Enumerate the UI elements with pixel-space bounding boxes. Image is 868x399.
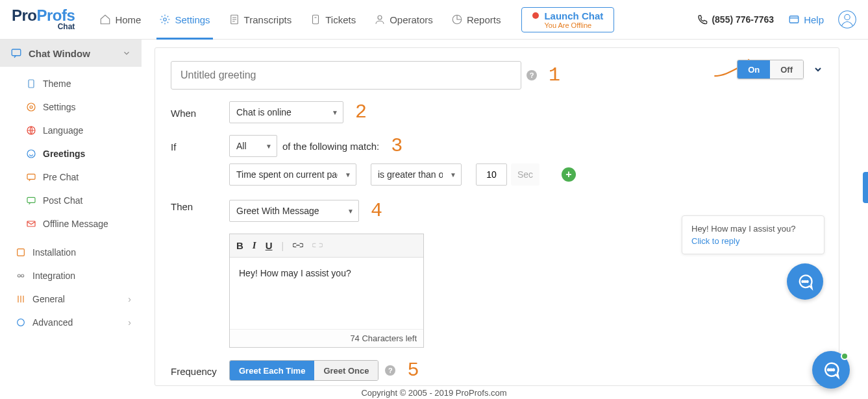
editor-counter: 74 Characters left xyxy=(230,329,423,347)
sidebar-section-chat-window[interactable]: Chat Window xyxy=(0,40,142,67)
floating-chat-launcher[interactable] xyxy=(812,351,850,389)
svg-point-18 xyxy=(18,274,20,277)
editor-textarea[interactable]: Hey! How may I assist you? xyxy=(230,258,423,329)
chevron-right-icon: › xyxy=(128,294,131,304)
greeting-name-input[interactable] xyxy=(171,61,521,90)
launch-chat-button[interactable]: Launch Chat You Are Offline xyxy=(521,7,614,32)
add-condition-button[interactable]: + xyxy=(562,167,576,182)
help-link[interactable]: Help xyxy=(788,14,824,25)
condition-field-select[interactable]: Time spent on current page xyxy=(229,163,356,186)
svg-point-13 xyxy=(27,150,35,158)
link-icon xyxy=(293,241,303,249)
greet-each-time-button[interactable]: Greet Each Time xyxy=(230,361,314,380)
if-tail-text: of the following match: xyxy=(282,141,379,152)
nav-label: Settings xyxy=(175,14,210,25)
ticket-icon xyxy=(310,14,321,25)
sidebar-root-label: Advanced xyxy=(32,317,73,328)
sidebar-root-installation[interactable]: Installation xyxy=(0,241,142,264)
if-mode-select[interactable]: All xyxy=(229,135,277,157)
sidebar-item-post-chat[interactable]: Post Chat xyxy=(26,189,142,212)
preview-chat-bubble[interactable] xyxy=(787,263,823,300)
chat-icon xyxy=(10,47,22,59)
smile-icon xyxy=(26,149,36,159)
sidebar-item-label: Pre Chat xyxy=(43,172,79,182)
sidebar-item-greetings[interactable]: Greetings xyxy=(26,142,142,165)
header-right: (855) 776-7763 Help xyxy=(697,10,856,29)
underline-button[interactable]: U xyxy=(266,240,273,251)
nav-reports[interactable]: Reports xyxy=(442,0,510,39)
sidebar-item-offline-message[interactable]: Offline Message xyxy=(26,212,142,236)
toggle-on-button[interactable]: On xyxy=(738,60,770,79)
sliders-icon xyxy=(16,294,26,304)
frequency-toggle: Greet Each Time Greet Once xyxy=(229,360,378,381)
svg-rect-17 xyxy=(18,249,25,256)
chevron-down-icon[interactable] xyxy=(813,64,823,75)
nav-tickets[interactable]: Tickets xyxy=(301,0,365,39)
integration-icon xyxy=(16,271,26,281)
nav-transcripts[interactable]: Transcripts xyxy=(219,0,301,39)
when-select[interactable]: Chat is online xyxy=(229,101,343,123)
svg-point-11 xyxy=(27,103,35,111)
nav-label: Tickets xyxy=(325,14,356,25)
chevron-right-icon: › xyxy=(128,317,131,328)
condition-value-input[interactable] xyxy=(476,163,507,186)
if-label: If xyxy=(171,140,229,152)
sidebar-root-general[interactable]: General › xyxy=(0,287,142,311)
svg-rect-2 xyxy=(313,15,319,24)
gear-icon xyxy=(159,14,171,25)
condition-row: Time spent on current page is greater th… xyxy=(229,163,823,186)
svg-point-19 xyxy=(21,274,24,277)
nav-label: Home xyxy=(115,14,141,25)
logo-profs: Profs xyxy=(37,6,75,24)
nav-operators[interactable]: Operators xyxy=(365,0,442,39)
sidebar-item-label: Offline Message xyxy=(43,219,108,229)
condition-operator-select[interactable]: is greater than or equal xyxy=(371,163,462,186)
svg-rect-5 xyxy=(789,16,799,23)
sidebar-root-integration[interactable]: Integration xyxy=(0,264,142,287)
greet-once-button[interactable]: Greet Once xyxy=(314,361,378,380)
toggle-off-button[interactable]: Off xyxy=(770,60,803,79)
sidebar-item-pre-chat[interactable]: Pre Chat xyxy=(26,165,142,189)
bold-button[interactable]: B xyxy=(236,240,243,251)
support-phone[interactable]: (855) 776-7763 xyxy=(697,14,774,25)
help-icon[interactable]: ? xyxy=(527,70,537,80)
chat-icon xyxy=(26,172,36,182)
editor-toolbar: B I U | xyxy=(230,234,423,258)
annotation-4: 4 xyxy=(371,200,382,222)
help-icon[interactable]: ? xyxy=(385,365,395,376)
logo-chat: Chat xyxy=(58,22,75,31)
sidebar-item-label: Post Chat xyxy=(43,195,82,206)
sidebar-list: Theme Settings Language Greetings Pre Ch… xyxy=(0,67,142,241)
sidebar-root-advanced[interactable]: Advanced › xyxy=(0,311,142,334)
nav-home[interactable]: Home xyxy=(90,0,150,39)
sidebar-item-theme[interactable]: Theme xyxy=(26,72,142,95)
message-editor: B I U | Hey! How may I assist you? 74 Ch… xyxy=(229,234,424,348)
sidebar-item-settings[interactable]: Settings xyxy=(26,95,142,119)
sidebar-root-label: Integration xyxy=(32,271,75,281)
condition-unit xyxy=(511,163,539,186)
svg-rect-8 xyxy=(12,49,21,56)
preview-reply-link[interactable]: Click to reply xyxy=(691,236,815,246)
link-button[interactable] xyxy=(293,240,303,251)
then-select[interactable]: Greet With Message xyxy=(229,200,359,222)
side-feedback-tab[interactable] xyxy=(863,172,868,203)
frequency-label: Frequency xyxy=(171,365,229,377)
sidebar-item-language[interactable]: Language xyxy=(26,119,142,142)
launch-title: Launch Chat xyxy=(544,10,603,21)
annotation-5: 5 xyxy=(407,359,419,381)
unlink-icon xyxy=(312,241,323,249)
footer-copyright: Copyright © 2005 - 2019 ProProfs.com xyxy=(0,388,868,398)
logo-pro: Pro xyxy=(12,6,37,24)
svg-rect-9 xyxy=(29,80,34,88)
svg-point-20 xyxy=(18,319,25,326)
avatar[interactable] xyxy=(838,10,856,29)
sidebar: Chat Window Theme Settings Language Gree… xyxy=(0,40,142,399)
when-row: When Chat is online 2 xyxy=(171,101,823,123)
brand-logo[interactable]: ProProfs Chat xyxy=(12,8,75,31)
unlink-button[interactable] xyxy=(312,240,323,251)
home-icon xyxy=(99,14,111,25)
italic-button[interactable]: I xyxy=(253,240,256,251)
user-icon xyxy=(374,14,386,25)
nav-settings[interactable]: Settings xyxy=(150,0,219,39)
svg-point-21 xyxy=(802,281,803,282)
